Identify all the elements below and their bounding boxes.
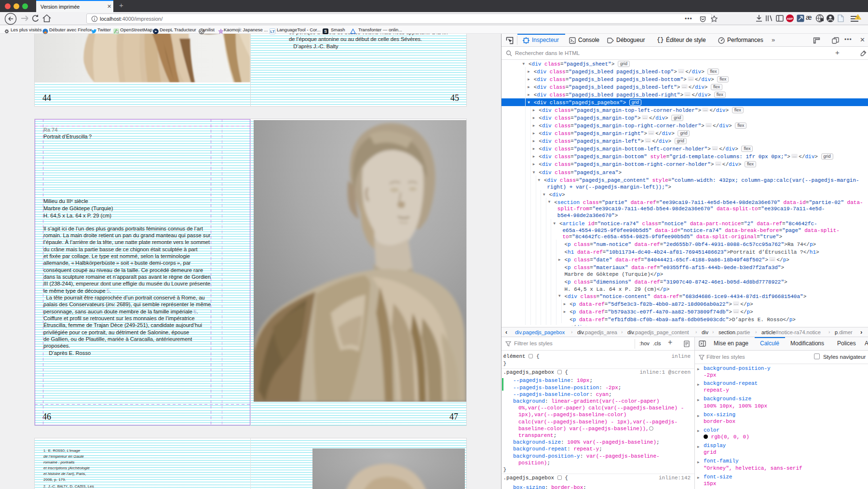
svg-text:LT: LT [270, 29, 274, 34]
svg-text:!: ! [857, 15, 859, 20]
svg-text:S: S [324, 29, 327, 34]
svg-text:ABP: ABP [787, 17, 793, 20]
